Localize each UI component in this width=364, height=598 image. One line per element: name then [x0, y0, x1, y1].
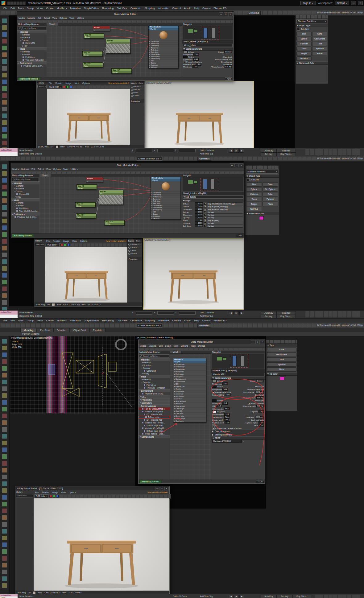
- node-map2-mix[interactable]: Map #2 Mix: [106, 39, 130, 54]
- sheen-parameters-rollout[interactable]: Sheen parameters: [211, 433, 265, 436]
- menu-item[interactable]: Options: [180, 345, 189, 347]
- x-coordinate-field[interactable]: [136, 311, 152, 315]
- red-channel-icon[interactable]: [63, 86, 65, 88]
- browser-tree-item[interactable]: Thin Wall Refraction: [17, 59, 47, 61]
- layer-item[interactable]: Lens Ef...: [128, 246, 142, 249]
- menu-item[interactable]: Views: [35, 319, 45, 322]
- menu-item[interactable]: Animation: [68, 7, 82, 10]
- map-enabled-checkbox[interactable]: [204, 214, 206, 216]
- render-canvas[interactable]: [45, 247, 128, 305]
- browser-tree-item[interactable]: + Scanline: [139, 364, 170, 367]
- menu-item[interactable]: Render: [54, 82, 64, 84]
- menu-item[interactable]: Civil View: [115, 319, 129, 322]
- left-icon-toolbar[interactable]: [0, 336, 10, 594]
- menu-item[interactable]: Customize: [129, 7, 144, 10]
- viewport-render-area[interactable]: [143, 238, 244, 310]
- param-value[interactable]: 1.0: [259, 424, 264, 427]
- close-button[interactable]: ×: [228, 12, 233, 16]
- browser-tree-item[interactable]: + Sample Slots: [139, 435, 170, 438]
- next-frame-button[interactable]: ▶: [239, 311, 244, 315]
- object-type-rollout[interactable]: Object Type: [246, 174, 279, 178]
- browser-tree-item[interactable]: Flat Mirror: [139, 384, 170, 386]
- menu-item[interactable]: Interactive: [156, 7, 171, 10]
- menu-item[interactable]: Modifiers: [55, 7, 68, 10]
- menu-item[interactable]: Modes: [11, 168, 20, 170]
- param-value[interactable]: 0.0: [192, 65, 198, 68]
- layers-tab[interactable]: Layers: [130, 81, 137, 85]
- material-slot[interactable]: Translucency: [151, 208, 180, 211]
- blue-channel-icon[interactable]: [67, 244, 70, 246]
- view1-tab[interactable]: View1: [170, 351, 181, 353]
- minimize-button[interactable]: —: [351, 1, 356, 5]
- maximize-button[interactable]: □: [255, 340, 260, 344]
- browser-tree-item[interactable]: + General: [11, 201, 39, 204]
- menu-item[interactable]: Tools: [62, 168, 69, 170]
- browser-tree-item[interactable]: + V-Ray: [139, 372, 170, 375]
- menu-item[interactable]: Render: [40, 491, 50, 493]
- play-button[interactable]: ▶: [234, 149, 239, 153]
- node-map3[interactable]: Map #3 Bitmap: [75, 202, 96, 208]
- menu-item[interactable]: Arnold: [183, 319, 193, 322]
- browser-tree-item[interactable]: - Scanline: [17, 53, 47, 56]
- orthographic-wireframe-viewport[interactable]: [+] [Orthographic] [User Defined] [Wiref…: [10, 336, 135, 414]
- menu-item[interactable]: Utilities: [76, 17, 85, 19]
- color-swatch[interactable]: [212, 399, 217, 402]
- browser-tree-item[interactable]: - V-Ray: [11, 196, 39, 198]
- menu-item[interactable]: Select: [164, 345, 172, 347]
- menu-item[interactable]: Modes: [139, 345, 147, 347]
- menu-item[interactable]: Tools: [16, 7, 25, 10]
- layer-item[interactable]: Lens Ef...: [130, 88, 144, 91]
- left-icon-toolbar[interactable]: [0, 15, 10, 148]
- y-coordinate-field[interactable]: [157, 311, 174, 315]
- param-value[interactable]: Col. nly: [256, 396, 264, 399]
- main-titlebar[interactable]: RenderScene3DDD_VRAY2010.max - Autodesk …: [0, 0, 364, 6]
- menu-item[interactable]: Animation: [68, 319, 82, 322]
- material-slot[interactable]: Diffuse map: [151, 191, 180, 193]
- material-slot[interactable]: Bump map: [173, 370, 206, 373]
- menu-item[interactable]: Graph Editors: [82, 319, 101, 322]
- material-slot[interactable]: Reflect map: [151, 193, 180, 196]
- browser-tree-item[interactable]: - Environment: [11, 212, 39, 216]
- z-coordinate-field[interactable]: [179, 149, 196, 152]
- browser-tree-item[interactable]: - Environment: [139, 389, 170, 392]
- maxscript-mini-listener[interactable]: outlinerSlast: Undo: [0, 594, 18, 598]
- set-key-button[interactable]: Set Key: [261, 152, 277, 156]
- param-value[interactable]: 0.02: [222, 388, 228, 391]
- view1-tab[interactable]: View1: [47, 23, 58, 26]
- listener-pink-line[interactable]: outlinerSlast:: [0, 594, 18, 596]
- prev-frame-button[interactable]: ◀: [229, 311, 234, 315]
- map-amount-field[interactable]: 3.0: [195, 219, 203, 222]
- menu-item[interactable]: Create: [45, 7, 55, 10]
- menu-item[interactable]: File: [2, 319, 9, 322]
- param-value[interactable]: 50.0: [224, 407, 230, 410]
- set-key-button[interactable]: Set Key: [277, 595, 293, 598]
- browser-tree-item[interactable]: CoronaMtl: [11, 193, 39, 196]
- browser-tree-item[interactable]: Physical Sun & Sky...: [17, 64, 47, 67]
- menu-item[interactable]: Options: [78, 240, 89, 242]
- browser-tree-item[interactable]: - Environment: [17, 61, 47, 64]
- command-panel-tabs[interactable]: [266, 340, 297, 344]
- color-swatch[interactable]: [212, 386, 217, 388]
- material-slot[interactable]: Reflect map: [149, 42, 178, 44]
- param-value[interactable]: 1.0: [259, 421, 264, 424]
- ribbon-tab[interactable]: Selection: [53, 328, 70, 332]
- browser-tree-item[interactable]: + Scanline: [17, 36, 47, 39]
- browser-tree-item[interactable]: + General: [17, 50, 47, 53]
- minimize-button[interactable]: —: [219, 12, 223, 16]
- close-button[interactable]: ×: [260, 340, 264, 344]
- material-slot[interactable]: Environment: [151, 206, 180, 208]
- listener-white-line[interactable]: Undo: [0, 596, 18, 598]
- node-map2-mix[interactable]: Map #2 Mix: [99, 190, 123, 205]
- param-value[interactable]: 254.0mm: [255, 391, 264, 394]
- map-enabled-checkbox[interactable]: [204, 217, 206, 219]
- object-type-button[interactable]: Cone: [312, 32, 327, 36]
- material-slot[interactable]: Displacement: [149, 53, 178, 55]
- menu-item[interactable]: View: [51, 17, 58, 19]
- autogrid-checkbox[interactable]: [297, 28, 300, 31]
- viewport-label[interactable]: [Standard] [Default Shading]: [144, 238, 170, 241]
- object-type-button[interactable]: Teapot: [246, 202, 262, 206]
- listener-white-line[interactable]: [0, 315, 18, 318]
- browser-tree-item[interactable]: CoronaMtl: [139, 369, 170, 372]
- render-canvas[interactable]: [34, 498, 169, 596]
- menu-item[interactable]: Tools: [68, 17, 76, 19]
